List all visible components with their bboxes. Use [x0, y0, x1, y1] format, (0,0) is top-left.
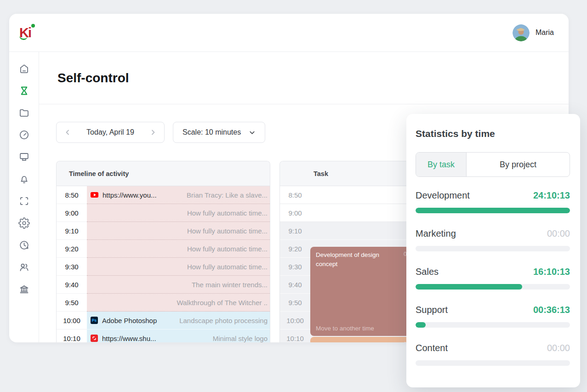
activity-cell: The main winter trends...: [87, 276, 270, 294]
activity-cell: Adobe PhotoshopLandscape photo processin…: [87, 312, 270, 330]
sidebar-item-company[interactable]: [13, 278, 35, 300]
time-history-icon: [18, 239, 30, 251]
row-time: 9:40: [57, 276, 87, 294]
row-time: 8:50: [57, 186, 87, 204]
task-block-frontend[interactable]: Front-end 0: [310, 337, 409, 342]
timeline-row[interactable]: 8:50https://www.you...Brian Tracy: Like …: [57, 186, 270, 204]
stats-list: Development24:10:13Marketing00:00Sales16…: [416, 190, 570, 366]
activity-app: https://www.shu...: [102, 335, 156, 342]
timeline-row[interactable]: 9:20How fully automatic time...: [57, 240, 270, 258]
sidebar-item-home[interactable]: [13, 57, 35, 80]
task-block-note: Move to another time: [316, 325, 374, 332]
row-time: 9:40: [280, 276, 310, 293]
timeline-row[interactable]: 9:50Walkthrough of The Witcher ..: [57, 294, 270, 312]
date-navigator[interactable]: Today, April 19: [56, 122, 165, 143]
folder-icon: [18, 107, 30, 119]
tab-by-project[interactable]: By project: [467, 153, 570, 176]
task-block-development[interactable]: Development of design concept 0 Move to …: [310, 247, 409, 336]
row-time: 10:00: [57, 312, 87, 330]
task-row[interactable]: 9:10: [280, 222, 409, 240]
sidebar-item-settings[interactable]: [13, 212, 35, 234]
title-section: Self-control: [39, 52, 569, 104]
stat-item: Support00:36:13: [416, 305, 570, 328]
sidebar-item-notifications[interactable]: [13, 168, 35, 190]
task-row[interactable]: 8:50: [280, 186, 409, 204]
stat-label: Support: [416, 305, 448, 315]
stat-value: 00:36:13: [533, 305, 570, 315]
row-time: 9:10: [57, 222, 87, 240]
sidebar-item-efficiency[interactable]: [13, 124, 35, 146]
youtube-icon: [91, 192, 98, 198]
row-time: 10:10: [57, 330, 87, 342]
tab-by-task[interactable]: By task: [416, 153, 467, 176]
timeline-row[interactable]: 9:00How fully automatic time...: [57, 204, 270, 222]
stat-label: Content: [416, 343, 448, 353]
task-row[interactable]: 9:00: [280, 204, 409, 222]
sidebar-item-history[interactable]: [13, 234, 35, 256]
sidebar-item-monitoring[interactable]: [13, 146, 35, 168]
activity-desc: Landscape photo processing: [157, 317, 268, 324]
timeline-row[interactable]: 10:00Adobe PhotoshopLandscape photo proc…: [57, 312, 270, 330]
stat-progress-bar: [416, 322, 570, 328]
sidebar-item-self-control[interactable]: [13, 80, 35, 102]
activity-app: Adobe Photoshop: [102, 317, 157, 324]
timeline-row[interactable]: 9:40The main winter trends...: [57, 276, 270, 294]
row-time: 9:50: [280, 294, 310, 311]
stat-progress-fill: [416, 322, 426, 328]
activity-desc: How fully automatic time...: [91, 245, 268, 253]
row-time: 9:20: [280, 240, 310, 257]
controls: Today, April 19 Scale: 10 minutes: [56, 122, 265, 143]
activity-cell: Walkthrough of The Witcher ..: [87, 294, 270, 312]
activity-desc: How fully automatic time...: [91, 263, 268, 271]
stat-item: Content00:00: [416, 343, 570, 366]
prev-day-button[interactable]: [64, 129, 71, 136]
topbar: Ki Maria: [9, 14, 569, 52]
date-label: Today, April 19: [86, 128, 134, 136]
row-time: 9:10: [280, 222, 310, 239]
row-time: 10:00: [280, 312, 310, 329]
scan-icon: [18, 195, 30, 207]
sidebar-item-projects[interactable]: [13, 102, 35, 124]
gear-icon: [18, 217, 30, 229]
next-day-button[interactable]: [149, 129, 157, 136]
timeline-body: 8:50https://www.you...Brian Tracy: Like …: [57, 186, 270, 342]
row-time: 10:10: [280, 330, 310, 342]
stat-value: 00:00: [547, 228, 570, 239]
avatar[interactable]: [513, 24, 530, 41]
activity-cell: https://www.shu...Minimal style logo: [87, 330, 270, 342]
row-time: 8:50: [280, 186, 310, 204]
timeline-row[interactable]: 9:30How fully automatic time...: [57, 258, 270, 276]
statistics-panel: Statistics by time By taskBy project Dev…: [406, 114, 580, 387]
scale-dropdown[interactable]: Scale: 10 minutes: [173, 122, 265, 143]
sidebar-item-employees[interactable]: [13, 256, 35, 278]
statistics-title: Statistics by time: [416, 128, 570, 139]
sidebar-item-screens[interactable]: [13, 190, 35, 212]
page-title: Self-control: [57, 71, 129, 85]
user-name: Maria: [536, 28, 554, 37]
row-time: 9:00: [57, 204, 87, 222]
stat-progress-bar: [416, 208, 570, 213]
activity-desc: Minimal style logo: [156, 335, 268, 342]
gauge-icon: [18, 129, 30, 141]
chevron-down-icon: [249, 129, 256, 136]
activity-desc: Brian Tracy: Like a slave...: [157, 191, 268, 199]
timeline-row[interactable]: 9:10How fully automatic time...: [57, 222, 270, 240]
stat-value: 24:10:13: [533, 190, 570, 201]
photoshop-icon: [91, 317, 98, 324]
timeline-row[interactable]: 10:10https://www.shu...Minimal style log…: [57, 330, 270, 342]
stat-item: Sales16:10:13: [416, 267, 570, 290]
sidebar: [9, 52, 39, 342]
users-icon: [18, 261, 30, 273]
stat-item: Development24:10:13: [416, 190, 570, 213]
row-time: 9:20: [57, 240, 87, 258]
kickidler-logo[interactable]: Ki: [18, 23, 38, 43]
row-time: 9:50: [57, 294, 87, 312]
stat-progress-bar: [416, 246, 570, 251]
stat-progress-fill: [416, 208, 570, 213]
scale-label: Scale: 10 minutes: [182, 128, 241, 136]
activity-desc: The main winter trends...: [91, 281, 268, 289]
stat-label: Sales: [416, 267, 439, 277]
logo-text: Ki: [18, 23, 38, 43]
task-block-title: Development of design concept: [316, 250, 389, 268]
user-menu[interactable]: Maria: [513, 24, 554, 41]
